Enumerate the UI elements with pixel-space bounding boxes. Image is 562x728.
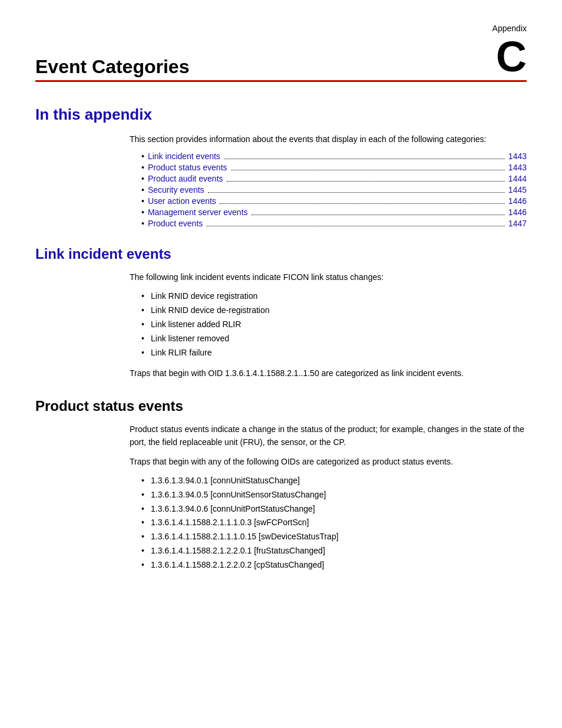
product-status-intro1: Product status events indicate a change … [130,423,527,449]
appendix-label: Appendix [35,24,527,33]
list-item: 1.3.6.1.3.94.0.1 [connUnitStatusChange] [141,474,527,488]
link-incident-bullets: Link RNID device registration Link RNID … [141,289,527,360]
toc-list: Link incident events 1443 Product status… [141,151,527,228]
toc-item-0: Link incident events 1443 [141,151,527,161]
toc-link-2[interactable]: Product audit events [148,174,223,183]
list-item: 1.3.6.1.3.94.0.5 [connUnitSensorStatusCh… [141,488,527,502]
toc-page-2: 1444 [508,174,527,183]
toc-dots-1 [231,170,505,170]
list-item: Link listener removed [141,332,527,346]
list-item: Link RLIR failure [141,346,527,360]
list-item: Link RNID device registration [141,289,527,304]
page-header: Event Categories C [35,35,527,78]
appendix-letter: C [496,35,527,78]
product-status-bullets: 1.3.6.1.3.94.0.1 [connUnitStatusChange] … [141,474,527,572]
toc-link-5[interactable]: Management server events [148,207,248,217]
toc-link-6[interactable]: Product events [148,219,203,228]
toc-page-3: 1445 [508,185,527,195]
link-incident-footer: Traps that begin with OID 1.3.6.1.4.1.15… [130,367,527,380]
toc-page-5: 1446 [508,207,527,217]
intro-text: This section provides information about … [130,133,527,146]
toc-item-1: Product status events 1443 [141,163,527,172]
list-item: 1.3.6.1.4.1.1588.2.1.1.1.0.15 [swDeviceS… [141,530,527,544]
toc-dots-3 [208,192,505,193]
toc-item-2: Product audit events 1444 [141,174,527,183]
list-item: Link listener added RLIR [141,318,527,332]
toc-page-1: 1443 [508,163,527,172]
toc-page-6: 1447 [508,219,527,228]
toc-page-4: 1446 [508,196,527,206]
list-item: 1.3.6.1.3.94.0.6 [connUnitPortStatusChan… [141,502,527,516]
toc-item-5: Management server events 1446 [141,207,527,217]
list-item: 1.3.6.1.4.1.1588.2.1.2.2.0.2 [cpStatusCh… [141,558,527,572]
toc-link-0[interactable]: Link incident events [148,151,220,161]
toc-item-3: Security events 1445 [141,185,527,195]
toc-link-3[interactable]: Security events [148,185,204,195]
toc-dots-6 [206,226,505,226]
page-title: Event Categories [35,56,189,78]
red-rule [35,80,527,82]
toc-link-4[interactable]: User action events [148,196,216,206]
toc-dots-4 [220,203,505,204]
toc-page-0: 1443 [508,151,527,161]
toc-link-1[interactable]: Product status events [148,163,227,172]
link-incident-events-heading: Link incident events [35,246,527,262]
toc-item-4: User action events 1446 [141,196,527,206]
toc-item-6: Product events 1447 [141,219,527,228]
toc-dots-0 [224,159,505,159]
product-status-heading: Product status events [35,398,527,414]
toc-dots-2 [227,181,505,182]
list-item: Link RNID device de-registration [141,304,527,318]
product-status-intro2: Traps that begin with any of the followi… [130,455,527,468]
link-incident-intro: The following link incident events indic… [130,271,527,284]
list-item: 1.3.6.1.4.1.1588.2.1.1.1.0.3 [swFCPortSc… [141,516,527,530]
toc-dots-5 [252,215,505,215]
in-this-appendix-heading: In this appendix [35,106,527,124]
list-item: 1.3.6.1.4.1.1588.2.1.2.2.0.1 [fruStatusC… [141,544,527,558]
